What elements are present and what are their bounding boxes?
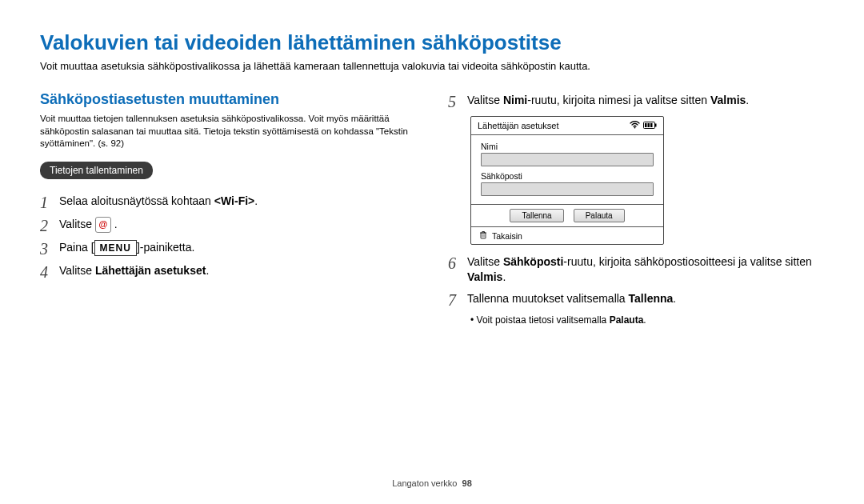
step-4: 4 Valitse Lähettäjän asetukset. [40,263,416,280]
svg-rect-2 [655,123,657,126]
device-back-label[interactable]: Takaisin [492,231,522,241]
step-3: 3 Paina [MENU]-painiketta. [40,240,416,257]
step-1: 1 Selaa aloitusnäytössä kohtaan <Wi-Fi>. [40,194,416,210]
page-title: Valokuvien tai videoiden lähettäminen sä… [40,30,824,55]
step-7: 7 Tallenna muutokset valitsemalla Tallen… [448,291,824,308]
wifi-icon [630,121,640,130]
section-intro: Voit muuttaa tietojen tallennuksen asetu… [40,113,416,150]
intro-text: Voit muuttaa asetuksia sähköpostivalikos… [40,60,824,72]
step-number: 6 [448,254,467,271]
step-number: 2 [40,217,59,234]
svg-rect-3 [645,123,647,127]
step-number: 3 [40,240,59,257]
device-save-button[interactable]: Tallenna [510,209,563,222]
step-number: 7 [448,291,467,308]
svg-point-0 [634,127,636,129]
left-column: Sähköpostiasetusten muuttaminen Voit muu… [40,86,416,326]
step-text: Valitse Sähköposti-ruutu, kirjoita sähkö… [467,254,824,285]
device-restore-button[interactable]: Palauta [574,209,625,222]
svg-rect-4 [648,123,650,127]
step-text: Paina [MENU]-painiketta. [59,240,416,256]
step-2: 2 Valitse @ . [40,217,416,234]
email-app-icon: @ [95,217,111,233]
device-input-email[interactable] [481,182,654,196]
step-6: 6 Valitse Sähköposti-ruutu, kirjoita säh… [448,254,824,285]
step-number: 5 [448,93,467,110]
svg-rect-5 [650,123,653,127]
step-number: 4 [40,263,59,280]
subheading-pill: Tietojen tallentaminen [40,162,153,179]
svg-rect-6 [481,233,486,238]
step-text: Selaa aloitusnäytössä kohtaan <Wi-Fi>. [59,194,416,209]
page-footer: Langaton verkko 98 [0,478,864,488]
device-label-name: Nimi [481,142,654,151]
step-text: Valitse Nimi-ruutu, kirjoita nimesi ja v… [467,93,824,108]
device-title: Lähettäjän asetukset [478,121,559,130]
step-text: Valitse @ . [59,217,416,233]
device-input-name[interactable] [481,153,654,166]
step-text: Tallenna muutokset valitsemalla Tallenna… [467,291,824,306]
device-screenshot: Lähettäjän asetukset Nimi Sähköposti [470,116,664,245]
battery-icon [643,122,657,130]
right-column: 5 Valitse Nimi-ruutu, kirjoita nimesi ja… [448,86,824,326]
section-heading: Sähköpostiasetusten muuttaminen [40,91,416,108]
device-label-email: Sähköposti [481,171,654,181]
menu-button-label: MENU [94,240,137,256]
back-icon[interactable] [479,230,487,241]
note-text: Voit poistaa tietosi valitsemalla Palaut… [470,314,824,326]
step-5: 5 Valitse Nimi-ruutu, kirjoita nimesi ja… [448,93,824,110]
step-text: Valitse Lähettäjän asetukset. [59,263,416,278]
step-number: 1 [40,194,59,210]
device-header: Lähettäjän asetukset [471,117,663,135]
